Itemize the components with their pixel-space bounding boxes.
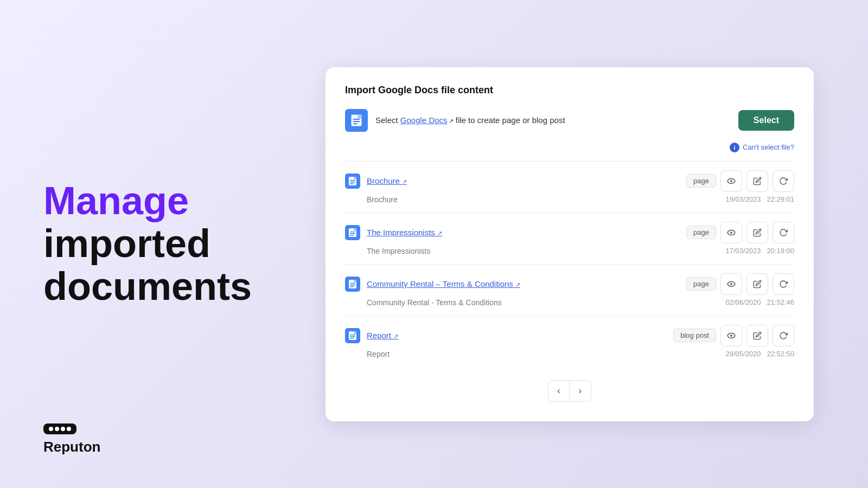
svg-point-37 — [730, 335, 732, 337]
import-link-icon: ↗ — [449, 118, 454, 124]
import-description: Select Google Docs↗ file to create page … — [375, 115, 565, 125]
import-header-left: Select Google Docs↗ file to create page … — [345, 109, 565, 132]
doc-row-left-3: Report ↗ — [345, 328, 398, 343]
doc-date: 02/06/2020 21:52:46 — [725, 298, 794, 306]
doc-date: 28/05/2020 22:52:50 — [725, 350, 794, 358]
heading-imported: imported — [43, 222, 252, 265]
document-row: The Impressionists ↗ page — [345, 213, 794, 265]
svg-rect-11 — [354, 177, 356, 179]
external-link-icon: ↗ — [402, 178, 407, 185]
edit-icon — [753, 280, 762, 288]
doc-row-right-3: blog post — [673, 325, 794, 346]
svg-rect-16 — [350, 232, 355, 233]
svg-rect-25 — [350, 285, 355, 286]
refresh-button[interactable] — [773, 170, 794, 192]
doc-gdocs-icon — [345, 174, 360, 189]
doc-title-link[interactable]: Community Rental – Terms & Conditions ↗ — [367, 279, 520, 288]
svg-rect-34 — [350, 338, 354, 339]
heading-manage: Manage — [43, 179, 252, 222]
svg-rect-5 — [358, 114, 361, 118]
external-link-icon: ↗ — [437, 230, 442, 236]
doc-subtitle: Community Rental - Terms & Conditions — [367, 298, 502, 307]
doc-title-link[interactable]: The Impressionists ↗ — [367, 228, 442, 237]
eye-icon — [726, 176, 736, 186]
edit-button[interactable] — [746, 170, 768, 192]
doc-row-right-0: page — [686, 170, 794, 192]
doc-badge: page — [686, 226, 716, 239]
doc-badge: page — [686, 174, 716, 188]
logo-icon — [43, 423, 76, 434]
doc-title-link[interactable]: Report ↗ — [367, 331, 398, 340]
doc-row-bottom-0: Brochure 19/03/2023 22:29:01 — [345, 195, 794, 204]
eye-icon — [726, 279, 736, 289]
doc-date: 17/03/2023 20:19:00 — [725, 247, 794, 255]
edit-button[interactable] — [746, 222, 768, 243]
doc-row-bottom-3: Report 28/05/2020 22:52:50 — [345, 350, 794, 358]
logo-text: Reputon — [43, 439, 100, 455]
refresh-button[interactable] — [773, 222, 794, 243]
view-button[interactable] — [720, 325, 742, 346]
svg-rect-24 — [350, 283, 355, 284]
svg-point-21 — [730, 232, 732, 234]
edit-icon — [753, 228, 762, 237]
doc-row-right-2: page — [686, 273, 794, 295]
document-list: Brochure ↗ page — [345, 162, 794, 367]
heading-documents: documents — [43, 266, 252, 309]
next-page-button[interactable]: › — [570, 380, 591, 402]
document-row: Brochure ↗ page — [345, 162, 794, 213]
document-row: Community Rental – Terms & Conditions ↗ … — [345, 265, 794, 316]
doc-gdocs-icon — [345, 225, 360, 240]
doc-badge: blog post — [673, 329, 716, 342]
logo-section: Reputon — [43, 423, 100, 455]
view-button[interactable] — [720, 170, 742, 192]
svg-rect-32 — [350, 335, 355, 336]
svg-rect-18 — [350, 235, 354, 236]
svg-rect-17 — [350, 233, 355, 234]
doc-date: 19/03/2023 22:29:01 — [725, 195, 794, 203]
branding-section: Manage imported documents — [43, 179, 252, 309]
refresh-icon — [779, 228, 788, 237]
edit-button[interactable] — [746, 273, 768, 295]
refresh-button[interactable] — [773, 273, 794, 295]
eye-icon — [726, 331, 736, 341]
doc-gdocs-icon — [345, 277, 360, 292]
svg-rect-2 — [353, 118, 360, 119]
doc-row-top-1: The Impressionists ↗ page — [345, 222, 794, 243]
edit-button[interactable] — [746, 325, 768, 346]
doc-row-top-2: Community Rental – Terms & Conditions ↗ … — [345, 273, 794, 295]
external-link-icon: ↗ — [515, 281, 520, 288]
doc-title-link[interactable]: Brochure ↗ — [367, 176, 407, 185]
edit-icon — [753, 177, 762, 185]
svg-rect-10 — [350, 183, 354, 184]
import-header: Select Google Docs↗ file to create page … — [345, 109, 794, 132]
svg-point-29 — [730, 283, 732, 285]
svg-rect-19 — [354, 228, 356, 231]
view-button[interactable] — [720, 222, 742, 243]
svg-rect-3 — [353, 121, 360, 122]
select-button[interactable]: Select — [738, 110, 794, 131]
google-docs-link[interactable]: Google Docs — [400, 115, 448, 125]
doc-row-bottom-2: Community Rental - Terms & Conditions 02… — [345, 298, 794, 307]
refresh-button[interactable] — [773, 325, 794, 346]
doc-row-top-0: Brochure ↗ page — [345, 170, 794, 192]
svg-rect-27 — [354, 280, 356, 282]
doc-row-bottom-1: The Impressionists 17/03/2023 20:19:00 — [345, 247, 794, 255]
doc-gdocs-icon — [345, 328, 360, 343]
edit-icon — [753, 331, 762, 340]
doc-row-left-1: The Impressionists ↗ — [345, 225, 442, 240]
main-panel: Import Google Docs file content Select G… — [326, 67, 814, 421]
pagination: ‹ › — [345, 380, 794, 402]
doc-subtitle: The Impressionists — [367, 247, 430, 255]
doc-row-left-2: Community Rental – Terms & Conditions ↗ — [345, 277, 520, 292]
document-row: Report ↗ blog post — [345, 316, 794, 367]
info-icon: i — [730, 143, 739, 152]
external-link-icon: ↗ — [393, 333, 398, 339]
prev-page-button[interactable]: ‹ — [548, 380, 570, 402]
doc-row-right-1: page — [686, 222, 794, 243]
panel-title: Import Google Docs file content — [345, 85, 794, 96]
eye-icon — [726, 228, 736, 237]
doc-row-left-0: Brochure ↗ — [345, 174, 407, 189]
cant-select-link[interactable]: i Can't select file? — [345, 143, 794, 152]
svg-rect-35 — [354, 331, 356, 334]
view-button[interactable] — [720, 273, 742, 295]
